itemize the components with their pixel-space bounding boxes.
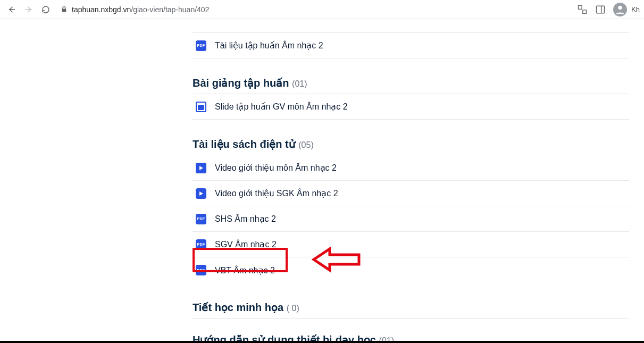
svg-point-6 [618,5,622,9]
profile-name: Kh [631,5,640,13]
section-count: (05) [298,140,313,149]
resource-label: Video giới thiệu SGK Âm nhạc 2 [215,188,338,198]
reload-icon [41,5,51,14]
section-title-text: Tiết học minh họa [193,302,283,313]
pdf-icon: PDF [196,214,206,224]
arrow-left-icon [7,5,16,14]
resource-label: VBT Âm nhạc 2 [215,265,275,275]
person-icon [614,4,626,15]
pdf-icon: PDF [196,40,206,51]
svg-marker-8 [199,191,203,196]
svg-marker-7 [199,166,203,170]
resource-item-vbt[interactable]: PDF VBT Âm nhạc 2 [193,257,629,283]
svg-rect-1 [583,10,587,13]
pdf-icon: PDF [196,239,206,250]
lock-icon [61,6,68,13]
resource-item[interactable]: PDF SGV Âm nhạc 2 [193,232,629,257]
resource-label: Video giới thiệu môn Âm nhạc 2 [215,163,337,173]
svg-rect-0 [579,5,582,9]
section-heading: Tiết học minh họa ( 0) [193,301,629,314]
video-icon [196,188,206,199]
resource-label: Slide tập huấn GV môn Âm nhạc 2 [215,102,348,112]
pdf-icon: PDF [196,265,206,275]
browser-toolbar: taphuan.nxbgd.vn/giao-vien/tap-huan/402 … [0,0,644,19]
resource-item[interactable]: PDF SHS Âm nhạc 2 [193,206,629,232]
section-title-text: Bài giảng tập huấn [193,77,289,89]
divider [193,318,629,319]
section-heading: Bài giảng tập huấn (01) [193,77,629,89]
svg-rect-4 [597,6,605,13]
page-content: PDF Tài liệu tập huấn Âm nhạc 2 Bài giản… [0,32,644,343]
section-count: (01) [292,79,307,88]
arrow-right-icon [24,5,34,14]
slide-icon [196,102,206,112]
video-icon [196,163,206,173]
back-button[interactable] [4,2,19,17]
forward-button[interactable] [21,2,36,17]
resource-item[interactable]: Video giới thiệu môn Âm nhạc 2 [193,155,629,181]
section-title-text: Tài liệu sách điện tử [193,138,296,150]
resource-label: SHS Âm nhạc 2 [215,214,276,224]
address-bar[interactable]: taphuan.nxbgd.vn/giao-vien/tap-huan/402 [55,2,572,17]
resource-item[interactable]: Video giới thiệu SGK Âm nhạc 2 [193,181,629,206]
toolbar-right: Kh [577,3,640,16]
panel-icon[interactable] [595,4,606,15]
resource-item[interactable]: Slide tập huấn GV môn Âm nhạc 2 [193,94,629,120]
bottom-edge [0,341,644,343]
resource-item[interactable]: PDF Tài liệu tập huấn Âm nhạc 2 [193,33,629,58]
translate-icon[interactable] [577,4,588,15]
url-path: /giao-vien/tap-huan/402 [131,5,209,14]
reload-button[interactable] [38,2,53,17]
profile-avatar[interactable] [613,3,627,16]
section-heading: Tài liệu sách điện tử (05) [193,138,629,150]
url-host: taphuan.nxbgd.vn [72,5,131,14]
resource-label: SGV Âm nhạc 2 [215,239,277,249]
section-count: ( 0) [287,304,299,313]
resource-label: Tài liệu tập huấn Âm nhạc 2 [215,40,323,51]
